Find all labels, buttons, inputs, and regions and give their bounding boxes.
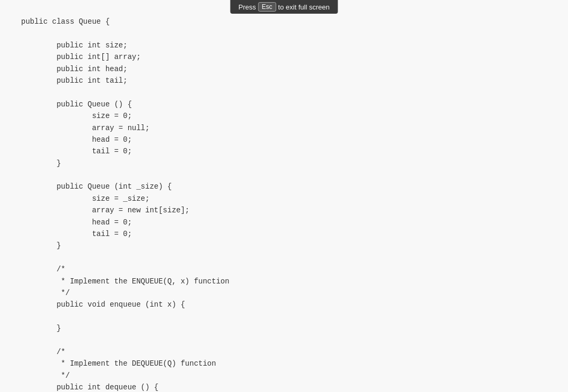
press-label: Press: [238, 3, 256, 11]
fullscreen-bar: Press Esc to exit full screen: [230, 0, 338, 14]
exit-message: to exit full screen: [278, 3, 330, 11]
esc-key: Esc: [258, 2, 276, 12]
code-display: public class Queue { public int size; pu…: [0, 0, 568, 392]
